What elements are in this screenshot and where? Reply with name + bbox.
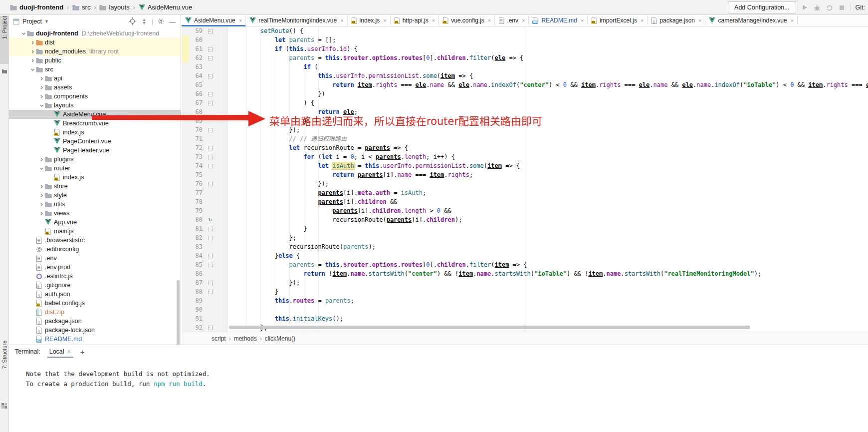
editor-breadcrumb-clickMenu[interactable]: clickMenu() <box>265 335 295 342</box>
chevron-right-icon[interactable] <box>38 184 45 189</box>
chevron-down-icon[interactable] <box>29 67 36 72</box>
chevron-right-icon[interactable] <box>38 157 45 162</box>
tree-item-index.js[interactable]: JSindex.js <box>9 173 181 182</box>
editor-tab-AsideMenu.vue[interactable]: AsideMenu.vue× <box>182 15 246 26</box>
tree-item-src[interactable]: src <box>9 65 181 74</box>
editor-breadcrumb-methods[interactable]: methods <box>234 335 257 342</box>
chevron-down-icon[interactable] <box>38 103 45 108</box>
chevron-right-icon[interactable] <box>38 85 45 90</box>
tree-item-auth.json[interactable]: {)auth.json <box>9 290 181 299</box>
close-icon[interactable]: × <box>641 17 644 23</box>
fold-marker-icon[interactable]: − <box>203 263 217 267</box>
fold-marker-icon[interactable]: − <box>203 155 217 159</box>
tree-item-index.js[interactable]: JSindex.js <box>9 128 181 137</box>
fold-marker-icon[interactable]: − <box>203 290 217 294</box>
tree-item-Breadcrumb.vue[interactable]: Breadcrumb.vue <box>9 119 181 128</box>
close-icon[interactable]: × <box>488 17 491 23</box>
fold-marker-icon[interactable]: − <box>203 29 217 33</box>
fold-marker-icon[interactable]: − <box>203 227 217 231</box>
tree-item-.gitignore[interactable]: .gitignore <box>9 281 181 290</box>
tree-item-AsideMenu.vue[interactable]: AsideMenu.vue <box>9 110 181 119</box>
tree-item-package.json[interactable]: {)package.json <box>9 317 181 326</box>
fold-marker-icon[interactable]: − <box>203 254 217 258</box>
stop-icon[interactable] <box>838 3 846 11</box>
tree-item-store[interactable]: store <box>9 182 181 191</box>
title-breadcrumb-layouts[interactable]: layouts <box>99 3 129 11</box>
terminal-tab-local[interactable]: Local ✕ <box>48 345 72 358</box>
tree-item-package-lock.json[interactable]: {)package-lock.json <box>9 326 181 335</box>
title-breadcrumb-AsideMenu.vue[interactable]: AsideMenu.vue <box>139 3 193 11</box>
fold-marker-icon[interactable]: − <box>203 164 217 168</box>
fold-marker-icon[interactable]: − <box>203 182 217 186</box>
tree-item-duoji-frontend[interactable]: duoji-frontendD:\zheheWeb\duoji-frontend <box>9 29 181 38</box>
tree-item-node_modules[interactable]: node_moduleslibrary root <box>9 47 181 56</box>
stripe-tab-structure[interactable]: 7: Structure <box>0 341 8 397</box>
fold-marker-icon[interactable]: − <box>203 92 217 96</box>
fold-marker-icon[interactable]: − <box>203 128 217 132</box>
close-icon[interactable]: × <box>239 17 242 23</box>
editor-tab-README.md[interactable]: MDREADME.md× <box>529 15 588 26</box>
chevron-right-icon[interactable] <box>29 40 36 45</box>
tree-item-style[interactable]: style <box>9 191 181 200</box>
tree-item-utils[interactable]: utils <box>9 200 181 209</box>
fold-marker-icon[interactable]: − <box>203 56 217 60</box>
tree-item-.env.prod[interactable]: .env.prod <box>9 263 181 272</box>
editor-tab-http-api.js[interactable]: JShttp-api.js× <box>391 15 439 26</box>
tree-item-.eslintrc.js[interactable]: .eslintrc.js <box>9 272 181 281</box>
chevron-down-icon[interactable] <box>20 31 27 36</box>
close-icon[interactable]: ✕ <box>67 349 71 355</box>
run-icon[interactable] <box>801 3 809 11</box>
chevron-down-icon[interactable]: ▼ <box>44 19 49 24</box>
add-configuration-button[interactable]: Add Configuration... <box>728 1 796 13</box>
fold-marker-icon[interactable]: − <box>203 281 217 285</box>
chevron-right-icon[interactable] <box>29 58 36 63</box>
tree-item-components[interactable]: components <box>9 92 181 101</box>
title-breadcrumb-duoji-frontend[interactable]: duoji-frontend <box>10 3 63 11</box>
close-icon[interactable]: × <box>581 17 584 23</box>
editor-tab-.env[interactable]: .env× <box>495 15 529 26</box>
tree-item-layouts[interactable]: layouts <box>9 101 181 110</box>
project-view-title[interactable]: Project <box>22 18 42 25</box>
tree-item-README.md[interactable]: MDREADME.md <box>9 335 181 344</box>
tree-item-router[interactable]: router <box>9 164 181 173</box>
chevron-right-icon[interactable] <box>38 193 45 198</box>
hide-icon[interactable]: — <box>169 18 176 26</box>
editor-tab-vue.config.js[interactable]: JSvue.config.js× <box>439 15 495 26</box>
tree-item-main.js[interactable]: JSmain.js <box>9 227 181 236</box>
chevron-right-icon[interactable] <box>38 211 45 216</box>
rerun-icon[interactable] <box>826 3 834 11</box>
new-terminal-button[interactable]: + <box>80 348 85 356</box>
close-icon[interactable]: × <box>340 17 343 23</box>
tree-item-.env[interactable]: .env <box>9 254 181 263</box>
tree-item-dist[interactable]: dist <box>9 38 181 47</box>
tree-item-assets[interactable]: assets <box>9 83 181 92</box>
tree-item-public[interactable]: public <box>9 56 181 65</box>
fold-marker-icon[interactable]: − <box>203 101 217 105</box>
tree-item-App.vue[interactable]: App.vue <box>9 218 181 227</box>
horizontal-scrollbar[interactable] <box>229 326 750 329</box>
fold-marker-icon[interactable]: − <box>203 326 217 330</box>
chevron-right-icon[interactable] <box>29 49 36 54</box>
project-scrollbar[interactable] <box>177 280 180 345</box>
chevron-down-icon[interactable] <box>38 166 45 171</box>
tree-item-plugins[interactable]: plugins <box>9 155 181 164</box>
close-icon[interactable]: × <box>432 17 435 23</box>
close-icon[interactable]: × <box>698 17 701 23</box>
settings-icon[interactable] <box>157 17 165 26</box>
tree-item-views[interactable]: views <box>9 209 181 218</box>
stripe-tab-project[interactable]: 1: Project <box>0 16 8 64</box>
tree-item-babel.config.js[interactable]: JSbabel.config.js <box>9 299 181 308</box>
close-icon[interactable]: × <box>522 17 525 23</box>
editor-breadcrumb-script[interactable]: script <box>212 335 226 342</box>
terminal-output[interactable]: Note that the development build is not o… <box>9 358 868 389</box>
fold-marker-icon[interactable]: − <box>203 74 217 78</box>
tree-item-api[interactable]: api <box>9 74 181 83</box>
tree-item-PageContent.vue[interactable]: PageContent.vue <box>9 137 181 146</box>
fold-marker-icon[interactable]: − <box>203 146 217 150</box>
tree-item-dist.zip[interactable]: dist.zip <box>9 308 181 317</box>
fold-marker-icon[interactable]: − <box>203 236 217 240</box>
collapse-all-icon[interactable] <box>141 18 148 26</box>
debug-icon[interactable] <box>813 3 821 11</box>
tree-item-.browserslistrc[interactable]: .browserslistrc <box>9 236 181 245</box>
stripe-grid-icon[interactable] <box>1 402 7 408</box>
